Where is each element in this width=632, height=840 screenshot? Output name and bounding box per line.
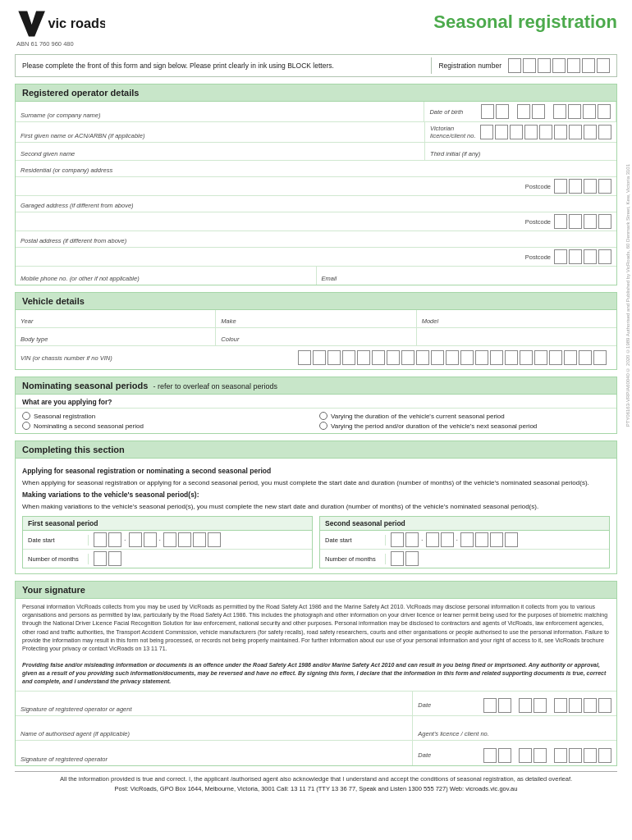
what-applying-label: What are you applying for? <box>16 395 616 409</box>
vehicle-details-header: Vehicle details <box>15 292 617 309</box>
bottom-note: All the information provided is true and… <box>15 771 617 783</box>
third-initial-label: Third initial (if any) <box>430 150 611 158</box>
option-vary-duration: Varying the duration of the vehicle's cu… <box>331 413 505 420</box>
postal-label: Postal address (if different from above) <box>21 237 611 244</box>
year-label: Year <box>21 317 210 325</box>
making-text: When making variations to the vehicle's … <box>22 502 610 511</box>
radio-options: Seasonal registration Varying the durati… <box>16 409 616 433</box>
num-months-boxes-1 <box>89 550 126 568</box>
garaged-label: Garaged address (if different from above… <box>21 202 611 209</box>
vin-boxes <box>293 349 611 367</box>
svg-marker-0 <box>18 11 45 37</box>
email-label: Email <box>322 275 612 282</box>
radio-varying-duration[interactable] <box>319 412 327 420</box>
making-title: Making variations to the vehicle's seaso… <box>22 491 610 500</box>
bold-italic-text: Providing false and/or misleading inform… <box>22 662 606 684</box>
reg-number-label: Registration number <box>438 62 501 70</box>
date-label-2: Date <box>418 751 431 759</box>
radio-second-period[interactable] <box>22 422 30 430</box>
first-period-header: First seasonal period <box>23 517 312 531</box>
postcode-boxes-2 <box>554 214 611 229</box>
radio-varying-next[interactable] <box>319 422 327 430</box>
num-months-label-1: Number of months <box>23 554 89 564</box>
mobile-label: Mobile phone no. (or other if not applic… <box>21 275 311 282</box>
period-table: First seasonal period Date start · · Num… <box>22 516 610 568</box>
second-given-label: Second given name <box>21 150 419 158</box>
registered-operator-header: Registered operator details <box>15 84 617 101</box>
postcode-boxes-3 <box>554 249 611 264</box>
date-start-label-2: Date start <box>320 535 386 546</box>
date-start-boxes-2: · · <box>386 531 523 549</box>
postcode-label-1: Postcode <box>525 183 551 190</box>
date-boxes-1 <box>483 698 611 713</box>
vic-licence-boxes <box>480 125 611 139</box>
footer-contact: Post: VicRoads, GPO Box 1644, Melbourne,… <box>15 785 617 792</box>
vin-label: VIN (or chassis number if no VIN) <box>21 354 112 362</box>
dob-label: Date of birth <box>429 108 463 116</box>
colour-label: Colour <box>221 336 410 343</box>
model-label: Model <box>422 317 611 325</box>
vic-licence-label: Victorian licence/client no. <box>430 125 480 139</box>
date-start-boxes-1: · · <box>89 531 226 549</box>
applying-text: When applying for seasonal registration … <box>22 478 610 487</box>
radio-seasonal[interactable] <box>22 412 30 420</box>
applying-title: Applying for seasonal registration or no… <box>22 467 610 477</box>
date-start-label-1: Date start <box>23 535 89 546</box>
body-type-label: Body type <box>21 336 210 343</box>
first-given-label: First given name or ACN/ARBN (if applica… <box>21 132 419 139</box>
second-period-header: Second seasonal period <box>320 517 609 531</box>
make-label: Make <box>221 317 410 325</box>
sig-reg-op-label: Signature of registered operator <box>21 756 407 763</box>
surname-label: Surname (or company name) <box>21 112 419 119</box>
option-seasonal-reg: Seasonal registration <box>34 413 95 420</box>
nominating-subtitle: - refer to overleaf on seasonal periods <box>153 382 277 390</box>
watermark: PTY06163-VRP/A60040 © 2020 ©1989 Authori… <box>625 164 630 427</box>
auth-agent-label: Name of authorised agent (if applicable) <box>21 730 407 737</box>
completing-header: Completing this section <box>15 441 617 458</box>
postcode-label-3: Postcode <box>525 253 551 261</box>
privacy-text: Personal information VicRoads collects f… <box>22 604 609 651</box>
svg-text:vic roads: vic roads <box>48 16 105 30</box>
postcode-boxes-1 <box>554 179 611 194</box>
agents-licence-label: Agent's licence / client no. <box>418 730 611 737</box>
num-months-label-2: Number of months <box>320 554 386 564</box>
postcode-label-2: Postcode <box>525 218 551 226</box>
sig-operator-label: Signature of registered operator or agen… <box>21 705 407 713</box>
abn-text: ABN 61 760 960 480 <box>16 40 74 48</box>
page-title: Seasonal registration <box>433 8 617 33</box>
residential-label: Residential (or company) address <box>21 167 611 174</box>
option-vary-next: Varying the period and/or duration of th… <box>331 422 537 430</box>
date-label-1: Date <box>418 701 431 709</box>
date-boxes-2 <box>483 748 611 763</box>
instruction-text: Please complete the front of this form a… <box>16 57 432 74</box>
signature-header: Your signature <box>15 581 617 598</box>
option-nominate-second: Nominating a second seasonal period <box>34 422 144 430</box>
num-months-boxes-2 <box>386 550 424 568</box>
nominating-header: Nominating seasonal periods <box>22 381 148 390</box>
reg-number-boxes <box>508 58 610 73</box>
dob-boxes <box>481 104 611 119</box>
